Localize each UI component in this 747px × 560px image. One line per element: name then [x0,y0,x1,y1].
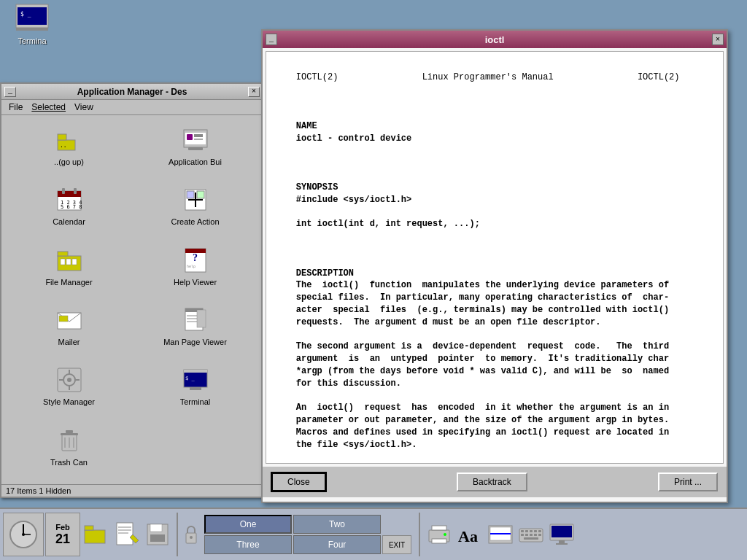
app-manager-minimize-btn[interactable]: _ [4,87,16,97]
taskbar-monitor-icon[interactable] [547,520,576,549]
svg-rect-71 [150,534,165,542]
workspace-exit-visible-btn[interactable]: EXIT [382,535,411,554]
taskbar: Feb 21 [0,508,747,560]
terminal-app-label: Terminal [180,397,211,406]
style-manager-icon [55,365,84,394]
ioctl-window: _ ioctl × IOCTL(2) Linux Programmer's Ma… [261,29,728,503]
app-manager-window: _ Application Manager - Des × File Selec… [0,82,264,498]
mailer-icon [55,306,84,335]
print-button[interactable]: Print ... [658,472,718,491]
svg-rect-5 [58,134,66,140]
app-item-app-builder[interactable]: Application Bui [133,121,257,178]
calendar-label: Calendar [53,217,85,226]
app-builder-label: Application Bui [169,158,222,166]
calendar-icon: 1 2 3 4 5 6 7 8 [55,185,84,214]
svg-rect-10 [194,134,203,137]
taskbar-icons-right: Aa [425,520,576,549]
svg-rect-27 [66,259,71,265]
svg-rect-11 [194,139,203,140]
app-item-trash-can[interactable]: Trash Can [7,421,131,478]
trash-can-icon [55,426,84,455]
svg-rect-93 [524,537,538,540]
app-item-go-up[interactable]: .. ..(go up) [7,121,131,178]
svg-text:..: .. [60,142,67,149]
svg-rect-87 [538,530,541,532]
man-synopsis-section: SYNOPSIS #include <sys/ioctl.h> int ioct… [275,182,480,229]
app-item-man-page-viewer[interactable]: Man Page Viewer [133,301,257,358]
svg-rect-88 [521,534,524,536]
app-item-terminal[interactable]: $ _ Terminal [133,361,257,418]
app-item-calendar[interactable]: 1 2 3 4 5 6 7 8 Calendar [7,181,131,238]
taskbar-sep-2 [419,513,420,556]
mailer-label: Mailer [58,338,80,346]
ioctl-minimize-btn[interactable]: _ [266,34,277,45]
ioctl-title: ioctl [277,34,712,45]
svg-rect-25 [58,252,68,256]
svg-rect-53 [61,433,78,435]
svg-rect-95 [551,526,572,537]
style-manager-label: Style Manager [43,397,95,406]
workspace-row-2: Three Four EXIT [204,535,411,554]
app-item-help-viewer[interactable]: ? help Help Viewer [133,241,257,298]
ioctl-titlebar: _ ioctl × [263,31,727,48]
taskbar-clock [3,513,44,556]
menu-view[interactable]: View [70,101,98,113]
ioctl-close-btn[interactable]: × [712,34,724,45]
app-manager-close-btn[interactable]: × [248,87,260,97]
terminal-icon-label: Termina [18,36,46,45]
workspace-two-btn[interactable]: Two [293,515,381,534]
svg-rect-76 [432,539,446,543]
man-page-header: IOCTL(2) Linux Programmer's Manual IOCTL… [296,72,680,82]
workspace-one-btn[interactable]: One [204,515,292,534]
taskbar-text-editor-icon[interactable] [112,520,142,549]
file-manager-icon [55,246,84,275]
svg-rect-23 [197,191,204,198]
menu-selected[interactable]: Selected [27,101,70,113]
workspace-four-btn[interactable]: Four [293,535,381,554]
terminal-icon: $ _ [15,0,50,35]
taskbar-printer-icon[interactable] [425,520,454,549]
svg-rect-90 [530,534,533,536]
svg-text:help: help [187,264,196,269]
taskbar-lock-area [182,513,200,556]
taskbar-scanner-icon[interactable] [486,520,515,549]
svg-rect-62 [85,530,105,543]
create-action-label: Create Action [171,217,219,226]
terminal-desktop-icon[interactable]: $ _ Termina [3,0,61,45]
workspace-three-btn[interactable]: Three [204,535,292,554]
app-item-style-manager[interactable]: Style Manager [7,361,131,418]
workspace-area: One Two EXIT Three Four EXIT [204,515,411,554]
svg-rect-91 [534,534,537,536]
svg-rect-85 [530,530,533,532]
app-item-mailer[interactable]: Mailer [7,301,131,358]
svg-rect-86 [534,530,537,532]
man-page-viewer-icon [181,306,210,335]
svg-text:$ _: $ _ [185,376,195,381]
taskbar-file-manager-icon[interactable] [82,520,111,549]
taskbar-font-icon[interactable]: Aa [455,520,484,549]
taskbar-keyboard-icon[interactable] [516,520,546,549]
menu-file[interactable]: File [4,101,27,113]
taskbar-floppy-icon[interactable] [143,520,172,549]
svg-rect-54 [66,430,73,433]
app-item-file-manager[interactable]: File Manager [7,241,131,298]
app-item-create-action[interactable]: Create Action [133,181,257,238]
app-manager-titlebar: _ Application Manager - Des × [1,84,263,100]
app-manager-title: Application Manager - Des [16,87,248,97]
create-action-icon [181,185,210,214]
man-page-content[interactable]: IOCTL(2) Linux Programmer's Manual IOCTL… [266,51,724,464]
svg-rect-22 [187,191,194,198]
app-builder-icon [181,125,210,155]
help-viewer-icon: ? help [181,246,210,275]
svg-text:?: ? [193,252,198,263]
svg-rect-26 [61,259,65,265]
backtrack-button[interactable]: Backtrack [457,472,527,491]
svg-point-43 [67,378,71,382]
svg-rect-49 [184,370,207,373]
close-button[interactable]: Close [271,472,326,491]
man-name-section: NAME ioctl - control device [275,121,411,144]
taskbar-date: Feb 21 [45,513,80,556]
svg-rect-3 [16,28,48,31]
svg-rect-51 [190,387,201,390]
svg-rect-14 [58,191,81,197]
